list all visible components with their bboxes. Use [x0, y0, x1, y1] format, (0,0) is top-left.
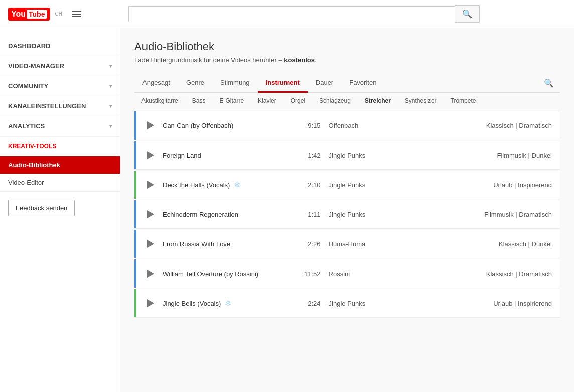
hamburger-menu[interactable]	[72, 11, 81, 17]
play-triangle-icon	[147, 181, 154, 189]
track-name: William Tell Overture (by Rossini)	[163, 270, 291, 278]
track-name: Jingle Bells (Vocals)❄	[163, 299, 291, 308]
track-tags: Urlaub | Inspirierend	[424, 300, 556, 307]
snowflake-icon: ❄	[225, 299, 231, 308]
tab-genre[interactable]: Genre	[178, 74, 212, 93]
track-duration: 1:42	[291, 152, 321, 159]
track-indicator	[134, 259, 136, 288]
sidebar-item-analytics[interactable]: ANALYTICS ▾	[0, 116, 120, 137]
subtitle-end: .	[315, 56, 317, 64]
track-indicator	[134, 230, 136, 258]
sidebar-section-main: DASHBOARD VIDEO-MANAGER ▾ COMMUNITY ▾ KA…	[0, 36, 120, 192]
page-subtitle: Lade Hintergrundmusik für deine Videos h…	[134, 56, 560, 64]
tab-orgel[interactable]: Orgel	[283, 93, 312, 109]
sidebar-video-manager-label: VIDEO-MANAGER	[8, 62, 64, 70]
track-row: Can-Can (by Offenbach)9:15OffenbachKlass…	[134, 111, 560, 140]
play-button[interactable]	[142, 117, 159, 134]
search-button[interactable]: 🔍	[455, 5, 480, 23]
track-artist: Jingle Punks	[321, 211, 424, 218]
track-tags: Klassisch | Dramatisch	[424, 122, 556, 129]
tab-bass[interactable]: Bass	[185, 93, 213, 109]
track-indicator	[134, 111, 136, 140]
sidebar-item-kanaleinstellungen[interactable]: KANALEINSTELLUNGEN ▾	[0, 96, 120, 116]
sidebar-item-audio-bibliothek[interactable]: Audio-Bibliothek	[0, 156, 120, 174]
play-button[interactable]	[142, 295, 159, 311]
track-row: Jingle Bells (Vocals)❄2:24Jingle PunksUr…	[134, 289, 560, 318]
sidebar-video-editor-label: Video-Editor	[8, 179, 44, 186]
subtitle-text: Lade Hintergrundmusik für deine Videos h…	[134, 56, 282, 64]
track-name: From Russia With Love	[163, 240, 291, 248]
logo-ch-text: CH	[55, 11, 62, 17]
tab-trompete[interactable]: Trompete	[444, 93, 483, 109]
track-name: Deck the Halls (Vocals)❄	[163, 180, 291, 190]
subtitle-bold: kostenlos	[284, 56, 315, 64]
tab-streicher[interactable]: Streicher	[358, 93, 398, 109]
tab-favoriten[interactable]: Favoriten	[341, 74, 384, 93]
tab-e-gitarre[interactable]: E-Gitarre	[212, 93, 251, 109]
track-indicator	[134, 141, 136, 169]
snowflake-icon: ❄	[234, 180, 240, 190]
tab-dauer[interactable]: Dauer	[308, 74, 341, 93]
logo-you-text: You	[11, 10, 26, 19]
hamburger-line-2	[72, 14, 81, 15]
tab-synthesizer[interactable]: Synthesizer	[398, 93, 444, 109]
search-icon: 🔍	[462, 10, 472, 18]
play-button[interactable]	[142, 147, 159, 163]
sidebar-item-video-editor[interactable]: Video-Editor	[0, 174, 120, 192]
sidebar-kreativ-tools-label: KREATIV-TOOLS	[8, 143, 56, 150]
main-content: Audio-Bibliothek Lade Hintergrundmusik f…	[120, 28, 574, 392]
track-row: From Russia With Love2:26Huma-HumaKlassi…	[134, 230, 560, 258]
play-triangle-icon	[147, 151, 154, 159]
feedback-label: Feedback senden	[16, 204, 67, 212]
track-name: Foreign Land	[163, 152, 291, 159]
topnav: You Tube CH 🔍	[0, 0, 574, 28]
track-duration: 2:26	[291, 240, 321, 248]
search-area: 🔍	[128, 5, 480, 23]
track-indicator	[134, 289, 136, 317]
youtube-logo[interactable]: You Tube	[8, 8, 50, 21]
play-button[interactable]	[142, 236, 159, 252]
track-indicator	[134, 200, 136, 228]
track-name: Echinoderm Regeneration	[163, 211, 291, 218]
track-row: Foreign Land1:42Jingle PunksFilmmusik | …	[134, 141, 560, 170]
track-tags: Klassisch | Dunkel	[424, 240, 556, 248]
search-input[interactable]	[128, 6, 455, 22]
tab-klavier[interactable]: Klavier	[251, 93, 283, 109]
play-triangle-icon	[147, 121, 154, 129]
track-duration: 11:52	[291, 270, 321, 278]
track-tags: Filmmusik | Dunkel	[424, 152, 556, 159]
track-row: Echinoderm Regeneration1:11Jingle PunksF…	[134, 200, 560, 229]
tab-akustikgitarre[interactable]: Akustikgitarre	[134, 93, 185, 109]
play-button[interactable]	[142, 206, 159, 222]
sidebar-kanaleinstellungen-label: KANALEINSTELLUNGEN	[8, 102, 86, 110]
tabs-secondary: Akustikgitarre Bass E-Gitarre Klavier Or…	[134, 93, 560, 109]
sidebar-dashboard-label: DASHBOARD	[8, 42, 51, 50]
play-triangle-icon	[147, 240, 154, 248]
track-duration: 9:15	[291, 122, 321, 129]
tab-search-icon[interactable]: 🔍	[538, 74, 560, 92]
tab-schlagzeug[interactable]: Schlagzeug	[312, 93, 358, 109]
track-duration: 2:24	[291, 300, 321, 307]
sidebar-item-dashboard[interactable]: DASHBOARD	[0, 36, 120, 56]
logo-tube-text: Tube	[27, 10, 47, 19]
hamburger-line-1	[72, 11, 81, 12]
play-button[interactable]	[142, 177, 159, 193]
feedback-button[interactable]: Feedback senden	[8, 200, 75, 216]
track-tags: Klassisch | Dramatisch	[424, 270, 556, 278]
tab-instrument[interactable]: Instrument	[258, 74, 308, 93]
track-tags: Urlaub | Inspirierend	[424, 181, 556, 189]
track-artist: Offenbach	[321, 122, 424, 129]
tab-angesagt[interactable]: Angesagt	[134, 74, 178, 93]
sidebar-analytics-label: ANALYTICS	[8, 122, 45, 130]
track-artist: Jingle Punks	[321, 181, 424, 189]
play-button[interactable]	[142, 266, 159, 282]
hamburger-line-3	[72, 16, 81, 17]
track-row: William Tell Overture (by Rossini)11:52R…	[134, 259, 560, 288]
sidebar-item-community[interactable]: COMMUNITY ▾	[0, 76, 120, 96]
chevron-down-icon: ▾	[109, 123, 112, 129]
track-artist: Huma-Huma	[321, 240, 424, 248]
tab-stimmung[interactable]: Stimmung	[212, 74, 258, 93]
sidebar-community-label: COMMUNITY	[8, 82, 48, 90]
sidebar-item-video-manager[interactable]: VIDEO-MANAGER ▾	[0, 56, 120, 76]
tabs-primary: Angesagt Genre Stimmung Instrument Dauer…	[134, 74, 560, 93]
